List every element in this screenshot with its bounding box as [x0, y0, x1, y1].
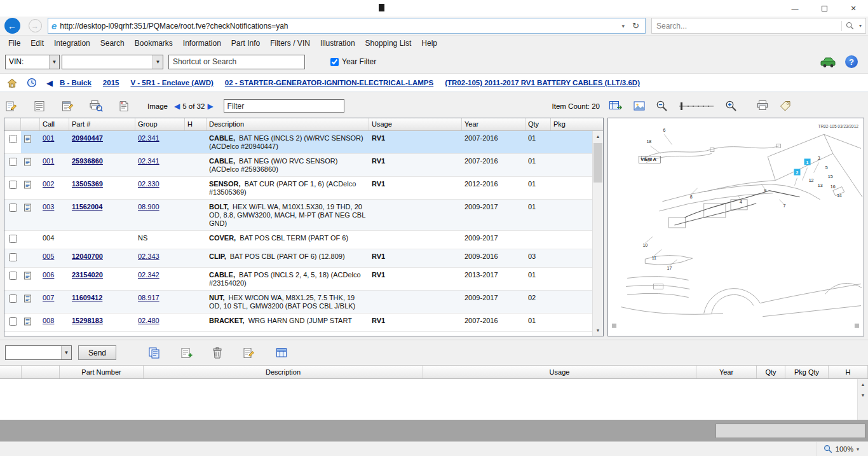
group-link[interactable]: 02.343 [138, 252, 159, 260]
table-row[interactable]: 003 11562004 08.900 BOLT, HEX W/FL WA, M… [4, 200, 592, 231]
next-image-button[interactable]: ▶ [205, 102, 215, 111]
close-button[interactable]: ✕ [839, 0, 868, 17]
header-part[interactable]: Part # [69, 118, 135, 130]
table-row[interactable]: 001 25936860 02.341 CABLE, BAT NEG (W/O … [4, 154, 592, 177]
illustration-frame[interactable]: TR02-105 03/23/2012 VIEW A 6188947123512… [607, 118, 864, 336]
bh-pkg-qty[interactable]: Pkg Qty [785, 366, 829, 378]
year-filter-checkbox[interactable] [330, 58, 339, 66]
part-info-icon[interactable] [24, 205, 32, 213]
group-link[interactable]: NS [138, 234, 147, 242]
forward-button[interactable]: → [25, 17, 45, 35]
row-checkbox[interactable] [9, 272, 17, 280]
part-number-link[interactable]: 11609412 [72, 294, 102, 301]
scroll-thumb[interactable] [593, 143, 602, 183]
group-link[interactable]: 02.341 [138, 134, 159, 142]
call-link[interactable]: 001 [43, 157, 54, 165]
list-scroll-down-icon[interactable]: ▼ [858, 390, 868, 401]
table-row[interactable]: 007 11609412 08.917 NUT, HEX W/CON WA, M… [4, 291, 592, 314]
table-row[interactable]: 008 15298183 02.480 BRACKET, WRG HARN GN… [4, 314, 592, 332]
header-group[interactable]: Group [135, 118, 185, 130]
header-call[interactable]: Call [40, 118, 69, 130]
shortcut-search-input[interactable] [168, 55, 305, 69]
call-link[interactable]: 003 [43, 203, 54, 211]
maximize-button[interactable] [810, 0, 839, 17]
call-link[interactable]: 004 [43, 234, 54, 242]
prev-image-button[interactable]: ◀ [172, 102, 182, 111]
send-to-list-button[interactable] [607, 99, 624, 114]
add-note-button[interactable] [60, 99, 75, 114]
address-dropdown-icon[interactable]: ▾ [620, 23, 627, 29]
menu-edit[interactable]: Edit [25, 37, 49, 50]
vehicle-print-button[interactable] [818, 54, 837, 69]
part-info-icon[interactable] [24, 319, 32, 327]
group-link[interactable]: 08.900 [138, 203, 159, 211]
zoom-slider[interactable] [677, 100, 716, 113]
zoom-in-icon[interactable] [724, 99, 738, 113]
scroll-up-icon[interactable]: ▲ [593, 131, 603, 142]
filter-input[interactable] [224, 99, 344, 113]
vin-combo[interactable]: VIN: ▼ [5, 55, 60, 69]
table-row[interactable]: 001 20940447 02.341 CABLE, BAT NEG (INCL… [4, 131, 592, 154]
bh-usage[interactable]: Usage [423, 366, 696, 378]
menu-integration[interactable]: Integration [49, 37, 95, 50]
menu-search[interactable]: Search [95, 37, 130, 50]
group-link[interactable]: 02.341 [138, 157, 159, 165]
group-link[interactable]: 08.917 [138, 294, 159, 301]
menu-help[interactable]: Help [416, 37, 442, 50]
bh-h[interactable]: H [829, 366, 868, 378]
table-row[interactable]: 002 13505369 02.330 SENSOR, BAT CUR (PAR… [4, 177, 592, 200]
send-target-combo[interactable]: ▼ [5, 345, 72, 360]
call-link[interactable]: 001 [43, 134, 54, 142]
tag-button[interactable] [778, 99, 793, 113]
call-link[interactable]: 002 [43, 180, 54, 188]
part-number-link[interactable]: 12040700 [72, 252, 103, 260]
header-description[interactable]: Description [207, 118, 369, 130]
parts-scrollbar[interactable]: ▲ ▼ [592, 131, 603, 336]
vin-value-combo[interactable]: ▼ [62, 55, 163, 69]
vin-value-combo-caret-icon[interactable]: ▼ [153, 55, 163, 69]
call-link[interactable]: 007 [43, 294, 54, 301]
part-info-icon[interactable] [24, 273, 32, 281]
refresh-icon[interactable]: ↻ [630, 21, 642, 31]
print-preview-button[interactable] [88, 99, 104, 114]
list-scroll-up-icon[interactable]: ▲ [858, 379, 868, 390]
row-checkbox[interactable] [9, 317, 17, 326]
search-input[interactable] [652, 22, 841, 31]
bh-qty[interactable]: Qty [757, 366, 785, 378]
url-input[interactable] [60, 22, 616, 31]
menu-information[interactable]: Information [178, 37, 226, 50]
table-row[interactable]: 005 12040700 02.343 CLIP, BAT POS CBL (P… [4, 249, 592, 268]
group-link[interactable]: 02.480 [138, 317, 159, 324]
header-usage[interactable]: Usage [369, 118, 462, 130]
row-checkbox[interactable] [9, 158, 17, 166]
search-dropdown-icon[interactable]: ▾ [858, 23, 865, 29]
edit-row-button[interactable] [241, 345, 256, 361]
breadcrumb-back-icon[interactable]: ◀ [46, 78, 53, 88]
menu-shopping-list[interactable]: Shopping List [360, 37, 417, 50]
part-info-icon[interactable] [24, 296, 32, 304]
call-link[interactable]: 008 [43, 317, 54, 324]
row-checkbox[interactable] [9, 135, 17, 143]
bh-year[interactable]: Year [696, 366, 757, 378]
part-number-link[interactable]: 15298183 [72, 317, 103, 324]
bottom-horizontal-scrollbar[interactable] [715, 424, 865, 438]
copy-rows-button[interactable] [147, 345, 162, 361]
back-button[interactable]: ← [2, 17, 22, 35]
year-filter[interactable]: Year Filter [330, 57, 376, 66]
row-checkbox[interactable] [9, 204, 17, 212]
table-row[interactable]: 006 23154020 02.342 CABLE, BAT POS (INCL… [4, 268, 592, 291]
add-row-button[interactable] [179, 345, 194, 361]
scroll-down-icon[interactable]: ▼ [593, 325, 603, 336]
breadcrumb-section[interactable]: 02 - STARTER-GENERATOR-IGNITION-ELECTRIC… [225, 79, 433, 86]
bh-description[interactable]: Description [144, 366, 423, 378]
menu-part-info[interactable]: Part Info [226, 37, 265, 50]
header-year[interactable]: Year [462, 118, 526, 130]
call-link[interactable]: 006 [43, 271, 54, 279]
part-info-icon[interactable] [24, 183, 32, 190]
image-view-button[interactable] [632, 99, 647, 114]
breadcrumb-model[interactable]: V - 5R1 - Enclave (AWD) [130, 79, 213, 86]
zoom-control[interactable]: 100% ▾ [817, 442, 868, 456]
breadcrumb-figure[interactable]: (TR02-105) 2011-2017 RV1 BATTERY CABLES … [445, 79, 640, 86]
header-qty[interactable]: Qty [526, 118, 551, 130]
menu-illustration[interactable]: Illustration [315, 37, 360, 50]
